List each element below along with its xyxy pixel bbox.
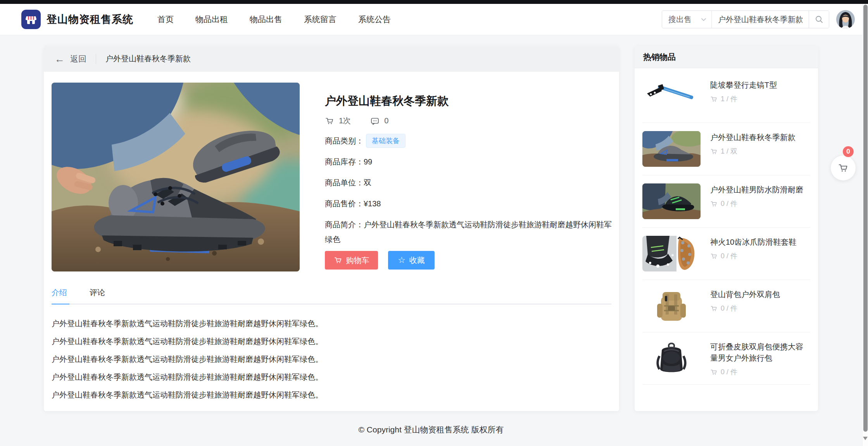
hot-item-title: 登山背包户外双肩包 (710, 289, 809, 300)
hot-item-stat: 0 / 件 (710, 367, 809, 377)
footer-copyright: © Copyright 登山物资租售系统 版权所有 (0, 424, 862, 435)
hot-item-info: 可折叠皮肤双肩包便携大容量男女户外旅行包 0 / 件 (710, 341, 809, 384)
hot-item-title: 户外登山鞋春秋冬季新款 (710, 132, 809, 143)
hot-item-title: 陡坡攀登行走镐T型 (710, 80, 809, 91)
hot-item-crampons[interactable]: 神火10齿冰爪防滑鞋套鞋 0 / 件 (642, 228, 810, 280)
back-arrow-icon: ← (55, 54, 65, 64)
scrollbar-thumb[interactable] (863, 5, 868, 432)
description-line: 户外登山鞋春秋冬季新款透气运动鞋防滑徒步鞋旅游鞋耐磨越野休闲鞋军绿色。 (52, 368, 611, 386)
hot-item-thumbnail (642, 183, 701, 219)
back-label: 返回 (70, 54, 86, 64)
app-logo[interactable] (21, 10, 41, 29)
nav-item-rent[interactable]: 物品出租 (195, 14, 228, 25)
main-nav: 首页 物品出租 物品出售 系统留言 系统公告 (157, 14, 391, 25)
header-divider (96, 54, 96, 64)
hot-item-stat: 1 / 件 (710, 94, 809, 104)
favorite-label: 收藏 (409, 255, 425, 266)
product-detail-body: 户外登山鞋春秋冬季新款 1次 0 商品类别： 基础装备 (44, 72, 619, 411)
favorite-button[interactable]: ☆ 收藏 (388, 251, 435, 270)
cart-small-icon (710, 305, 718, 312)
intro-row: 商品简介：户外登山鞋春秋冬季新款透气运动鞋防滑徒步鞋旅游鞋耐磨越野休闲鞋军绿色 (325, 217, 614, 247)
nav-item-home[interactable]: 首页 (157, 14, 174, 25)
hot-item-thumbnail (642, 236, 701, 271)
category-tag: 基础装备 (366, 134, 406, 148)
navbar-right: 搜出售 (662, 10, 855, 29)
nav-item-sale[interactable]: 物品出售 (250, 14, 282, 25)
intro-value: 户外登山鞋春秋冬季新款透气运动鞋防滑徒步鞋旅游鞋耐磨越野休闲鞋军绿色 (325, 220, 612, 244)
search-icon (815, 15, 823, 24)
hot-items-card: 热销物品 陡坡攀登行走镐T型 (635, 46, 818, 411)
hot-items-list: 陡坡攀登行走镐T型 1 / 件 (635, 68, 818, 385)
description-block: 户外登山鞋春秋冬季新款透气运动鞋防滑徒步鞋旅游鞋耐磨越野休闲鞋军绿色。 户外登山… (52, 315, 611, 404)
search-group: 搜出售 (662, 10, 829, 28)
intro-label: 商品简介： (325, 220, 364, 229)
storefront-icon (25, 13, 37, 26)
star-icon: ☆ (398, 256, 406, 264)
hot-item-info: 神火10齿冰爪防滑鞋套鞋 0 / 件 (710, 236, 809, 280)
cart-small-icon (710, 252, 718, 260)
product-title: 户外登山鞋春秋冬季新款 (325, 93, 449, 109)
hot-item-hiking-shoes[interactable]: 户外登山鞋春秋冬季新款 1 / 双 (642, 123, 810, 175)
stock-label: 商品库存： (325, 157, 364, 167)
cart-icon (838, 162, 849, 173)
hot-item-title: 可折叠皮肤双肩包便携大容量男女户外旅行包 (710, 341, 809, 364)
hot-item-thumbnail (642, 288, 701, 324)
category-row: 商品类别： 基础装备 (325, 134, 406, 148)
search-category-value: 搜出售 (668, 14, 692, 25)
hot-item-ice-axe[interactable]: 陡坡攀登行走镐T型 1 / 件 (642, 71, 810, 123)
product-actions: 购物车 ☆ 收藏 (325, 251, 435, 270)
hot-item-foldable-backpack[interactable]: 可折叠皮肤双肩包便携大容量男女户外旅行包 0 / 件 (642, 332, 810, 385)
cart-icon (334, 256, 342, 264)
floating-cart-button[interactable] (830, 155, 856, 181)
hot-item-stat: 1 / 双 (710, 147, 809, 156)
hot-items-header: 热销物品 (635, 46, 818, 68)
tabs-bar: 介绍 评论 (52, 287, 611, 304)
nav-item-announcements[interactable]: 系统公告 (358, 14, 391, 25)
nav-item-messages[interactable]: 系统留言 (304, 14, 337, 25)
navbar: 登山物资租售系统 首页 物品出租 物品出售 系统留言 系统公告 搜出售 (0, 4, 868, 35)
hot-item-info: 户外登山鞋春秋冬季新款 1 / 双 (710, 131, 809, 175)
comment-count: 0 (384, 116, 388, 125)
search-category-select[interactable]: 搜出售 (662, 11, 712, 28)
unit-label: 商品单位： (325, 178, 364, 188)
cart-small-icon (710, 368, 718, 376)
cart-small-icon (710, 200, 718, 207)
tab-comments[interactable]: 评论 (90, 287, 105, 298)
stock-value: 99 (364, 157, 372, 166)
description-line: 户外登山鞋春秋冬季新款透气运动鞋防滑徒步鞋旅游鞋耐磨越野休闲鞋军绿色。 (52, 386, 611, 404)
search-button[interactable] (809, 11, 829, 28)
product-detail-card: ← 返回 户外登山鞋春秋冬季新款 (44, 46, 619, 411)
search-input[interactable] (712, 11, 809, 28)
price-label: 商品售价： (325, 199, 364, 209)
cart-small-icon (710, 95, 718, 103)
hot-item-stat: 0 / 件 (710, 251, 809, 261)
comment-icon (370, 116, 380, 126)
price-row: 商品售价： ¥138 (325, 199, 381, 209)
breadcrumb-title: 户外登山鞋春秋冬季新款 (105, 54, 191, 64)
hot-item-title: 户外登山鞋男防水防滑耐磨 (710, 184, 809, 195)
hot-item-waterproof-shoes[interactable]: 户外登山鞋男防水防滑耐磨 0 / 件 (642, 175, 810, 228)
back-button[interactable]: ← 返回 (55, 54, 86, 64)
hot-item-info: 户外登山鞋男防水防滑耐磨 0 / 件 (710, 183, 809, 227)
product-image (52, 83, 300, 271)
product-stats: 1次 0 (325, 116, 388, 126)
description-line: 户外登山鞋春秋冬季新款透气运动鞋防滑徒步鞋旅游鞋耐磨越野休闲鞋军绿色。 (52, 315, 611, 332)
unit-row: 商品单位： 双 (325, 178, 371, 188)
unit-value: 双 (364, 178, 371, 188)
tab-intro[interactable]: 介绍 (52, 287, 67, 298)
scrollbar-down-arrow[interactable] (863, 437, 868, 440)
add-to-cart-button[interactable]: 购物车 (325, 251, 378, 270)
hot-item-info: 登山背包户外双肩包 0 / 件 (710, 288, 809, 332)
app-title: 登山物资租售系统 (47, 12, 133, 26)
user-avatar[interactable] (836, 10, 855, 29)
stock-row: 商品库存： 99 (325, 157, 372, 167)
hot-item-title: 神火10齿冰爪防滑鞋套鞋 (710, 237, 809, 248)
category-label: 商品类别： (325, 136, 364, 146)
hot-item-stat: 0 / 件 (710, 304, 809, 313)
scrollbar-track[interactable] (862, 0, 868, 446)
description-line: 户外登山鞋春秋冬季新款透气运动鞋防滑徒步鞋旅游鞋耐磨越野休闲鞋军绿色。 (52, 350, 611, 368)
add-to-cart-label: 购物车 (346, 255, 369, 266)
hot-item-tan-backpack[interactable]: 登山背包户外双肩包 0 / 件 (642, 280, 810, 332)
active-tab-indicator (52, 304, 69, 304)
cart-badge: 0 (843, 146, 854, 157)
